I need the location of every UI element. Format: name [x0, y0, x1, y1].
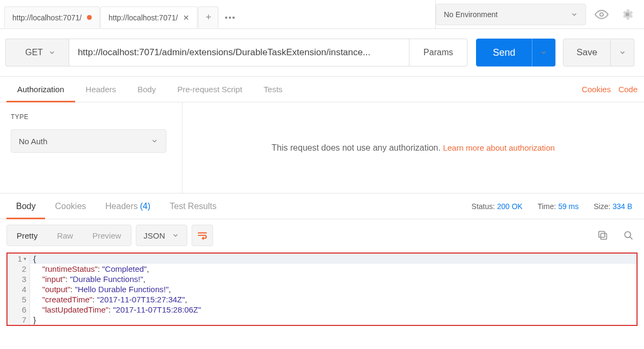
wrap-lines-button[interactable]: [192, 225, 213, 246]
resp-tab-body[interactable]: Body: [6, 194, 45, 219]
chevron-down-icon: [619, 49, 626, 56]
code-text: "lastUpdatedTime": "2017-11-07T15:28:06Z…: [30, 305, 636, 315]
response-tabs: Body Cookies Headers (4) Test Results St…: [0, 194, 644, 219]
line-number: 4: [8, 284, 30, 294]
tabs-bar: http://localhost:7071/ http://localhost:…: [0, 0, 435, 28]
view-mode-segment: Pretty Raw Preview: [6, 225, 131, 246]
svg-point-4: [625, 232, 631, 237]
code-link[interactable]: Code: [618, 85, 638, 94]
request-tab-1[interactable]: http://localhost:7071/: [4, 6, 100, 28]
svg-rect-2: [601, 233, 606, 239]
chevron-down-icon: [172, 232, 179, 239]
url-text: http://localhost:7071/admin/extensions/D…: [78, 47, 370, 58]
authorization-panel: TYPE No Auth This request does not use a…: [0, 102, 644, 194]
copy-response-icon[interactable]: [594, 226, 612, 244]
params-button[interactable]: Params: [409, 39, 467, 66]
tab-body[interactable]: Body: [127, 77, 166, 102]
save-options-button[interactable]: [611, 39, 634, 66]
tab-label: http://localhost:7071/: [108, 13, 178, 22]
environment-select[interactable]: No Environment: [436, 4, 586, 25]
tab-headers[interactable]: Headers: [75, 77, 127, 102]
chevron-down-icon: [48, 49, 56, 56]
auth-message: This request does not use any authorizat…: [182, 102, 644, 193]
resp-tab-testresults[interactable]: Test Results: [160, 194, 226, 219]
settings-icon[interactable]: [617, 4, 638, 25]
chevron-down-icon: [151, 137, 158, 145]
code-line: 4 "output": "Hello Durable Functions!",: [8, 284, 636, 294]
status-field: Status:200 OK: [472, 202, 523, 211]
code-text: "createdTime": "2017-11-07T15:27:34Z",: [30, 294, 636, 305]
tab-authorization[interactable]: Authorization: [6, 77, 75, 102]
svg-point-0: [600, 12, 604, 16]
tab-prerequest[interactable]: Pre-request Script: [166, 77, 253, 102]
code-text: {: [30, 254, 636, 264]
response-meta: Status:200 OK Time:59 ms Size:334 B: [472, 202, 638, 211]
view-raw[interactable]: Raw: [47, 225, 83, 246]
code-text: }: [30, 315, 636, 325]
response-controls: Pretty Raw Preview JSON: [0, 219, 644, 251]
line-number: 6: [8, 305, 30, 315]
request-row: GET http://localhost:7071/admin/extensio…: [0, 29, 644, 77]
time-field: Time:59 ms: [538, 202, 579, 211]
line-number: 7: [8, 315, 30, 325]
tabs-overflow-button[interactable]: •••: [219, 6, 241, 28]
chevron-down-icon: [540, 49, 547, 56]
code-line: 5 "createdTime": "2017-11-07T15:27:34Z",: [8, 294, 636, 305]
code-line: 2 "runtimeStatus": "Completed",: [8, 264, 636, 274]
code-text: "runtimeStatus": "Completed",: [30, 264, 636, 274]
chevron-down-icon: [570, 11, 578, 18]
request-subtabs: Authorization Headers Body Pre-request S…: [0, 77, 644, 102]
send-options-button[interactable]: [532, 39, 555, 66]
close-tab-icon[interactable]: ✕: [183, 13, 189, 22]
line-number: 1▾: [8, 254, 30, 264]
environment-area: No Environment: [435, 0, 644, 28]
resp-tab-headers[interactable]: Headers (4): [96, 194, 160, 219]
size-field: Size:334 B: [594, 202, 632, 211]
send-button[interactable]: Send: [476, 39, 532, 66]
wrap-icon: [196, 229, 208, 241]
environment-quicklook-icon[interactable]: [591, 4, 612, 25]
auth-type-label: TYPE: [11, 113, 171, 121]
unsaved-dot-icon: [87, 15, 92, 20]
auth-type-column: TYPE No Auth: [0, 102, 182, 193]
format-select[interactable]: JSON: [136, 225, 187, 246]
search-response-icon[interactable]: [619, 226, 638, 244]
top-bar: http://localhost:7071/ http://localhost:…: [0, 0, 644, 29]
auth-type-select[interactable]: No Auth: [11, 129, 166, 153]
code-line: 3 "input": "Durable Functions!",: [8, 274, 636, 284]
code-text: "input": "Durable Functions!",: [30, 274, 636, 284]
view-preview[interactable]: Preview: [83, 225, 130, 246]
url-input[interactable]: http://localhost:7071/admin/extensions/D…: [69, 39, 409, 66]
response-body-editor[interactable]: 1▾{2 "runtimeStatus": "Completed",3 "inp…: [6, 253, 638, 326]
code-line: 7}: [8, 315, 636, 325]
line-number: 2: [8, 264, 30, 274]
cookies-link[interactable]: Cookies: [582, 85, 611, 94]
resp-tab-cookies[interactable]: Cookies: [45, 194, 96, 219]
environment-selected-label: No Environment: [444, 10, 497, 19]
line-number: 3: [8, 274, 30, 284]
code-text: "output": "Hello Durable Functions!",: [30, 284, 636, 294]
view-pretty[interactable]: Pretty: [7, 225, 47, 246]
svg-rect-3: [599, 232, 605, 237]
method-label: GET: [25, 48, 43, 57]
headers-count: (4): [140, 202, 151, 211]
code-line: 1▾{: [8, 254, 636, 264]
code-line: 6 "lastUpdatedTime": "2017-11-07T15:28:0…: [8, 305, 636, 315]
new-tab-button[interactable]: +: [198, 6, 218, 28]
tab-tests[interactable]: Tests: [253, 77, 293, 102]
line-number: 5: [8, 294, 30, 305]
tab-label: http://localhost:7071/: [12, 13, 82, 22]
save-button[interactable]: Save: [563, 39, 611, 66]
request-tab-2[interactable]: http://localhost:7071/ ✕: [100, 6, 197, 28]
auth-learn-more-link[interactable]: Learn more about authorization: [443, 143, 554, 152]
http-method-select[interactable]: GET: [5, 39, 69, 66]
